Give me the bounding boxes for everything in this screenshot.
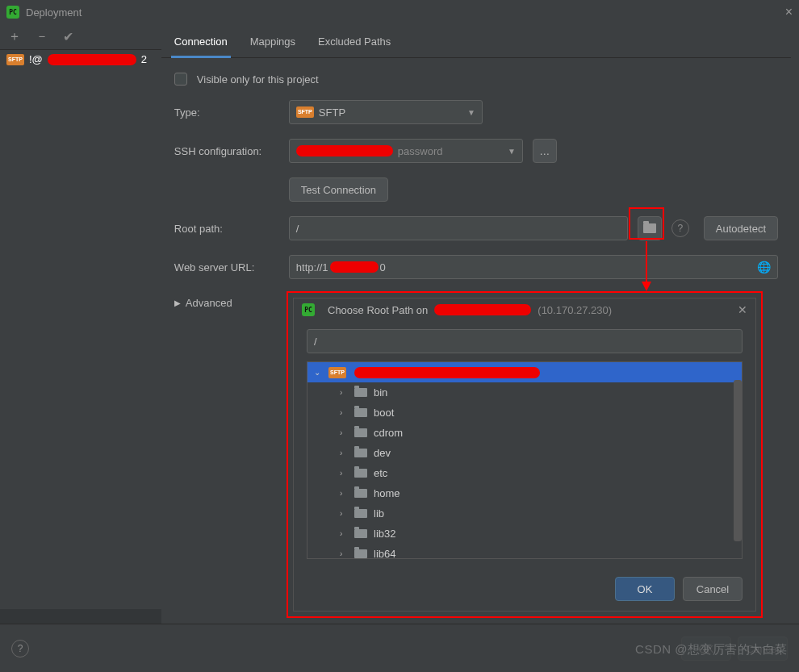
folder-name: home (374, 487, 400, 499)
advanced-label: Advanced (186, 297, 232, 309)
tree-folder-row[interactable]: ›dev (307, 443, 742, 463)
tree-folder-row[interactable]: ›bin (307, 382, 742, 403)
dialog-close-icon[interactable]: ✕ (738, 303, 747, 316)
pycharm-icon (302, 303, 315, 316)
folder-name: lib64 (374, 548, 395, 559)
browse-root-button[interactable] (638, 216, 662, 240)
path-input[interactable]: / (307, 329, 743, 353)
folder-name: lib (374, 507, 384, 520)
tree-folder-row[interactable]: ›etc (307, 463, 742, 483)
dialog-footer: OK Cancel (294, 567, 755, 611)
folder-icon (354, 449, 367, 457)
sftp-icon (328, 367, 346, 378)
redacted-server (48, 54, 136, 65)
titlebar: Deployment × (0, 0, 799, 24)
tree-folder-row[interactable]: ›lib64 (307, 544, 742, 559)
help-icon[interactable]: ? (671, 219, 689, 237)
path-value: / (314, 336, 317, 348)
redacted-root (354, 367, 540, 378)
folder-name: dev (374, 447, 391, 459)
visible-only-row: Visible only for this project (174, 73, 778, 86)
tree-root-row[interactable]: ⌄ (307, 362, 742, 382)
choose-root-dialog: Choose Root Path on (10.170.27.230) ✕ / … (293, 298, 756, 611)
folder-icon (354, 428, 367, 437)
chevron-right-icon: › (340, 388, 349, 397)
help-icon[interactable]: ? (11, 640, 29, 657)
chevron-down-icon: ▼ (467, 108, 475, 117)
folder-tree[interactable]: ⌄ ›bin›boot›cdrom›dev›etc›home›lib›lib32… (307, 361, 743, 559)
web-url-label: Web server URL: (174, 261, 279, 273)
sidebar-toolbar: ＋ － ✔ (0, 24, 161, 50)
root-path-input[interactable]: / (289, 216, 628, 240)
folder-icon (354, 469, 367, 478)
redacted-host (434, 304, 531, 315)
tab-excluded[interactable]: Excluded Paths (315, 31, 394, 57)
pycharm-icon (6, 6, 19, 19)
chevron-down-icon: ▼ (508, 147, 516, 156)
folder-name: boot (374, 407, 394, 419)
tab-connection[interactable]: Connection (171, 31, 231, 58)
tree-folder-row[interactable]: ›home (307, 483, 742, 503)
visible-only-checkbox[interactable] (174, 73, 187, 86)
sftp-icon (296, 106, 314, 118)
type-label: Type: (174, 106, 279, 119)
web-url-input[interactable]: http://1 0 🌐 (289, 255, 778, 279)
window-title: Deployment (26, 6, 82, 19)
folder-name: etc (374, 467, 387, 479)
arrow-head-icon (642, 282, 651, 291)
tree-folder-row[interactable]: ›cdrom (307, 423, 742, 443)
redacted-ssh (296, 145, 393, 157)
globe-icon[interactable]: 🌐 (757, 261, 771, 273)
sidebar: ＋ － ✔ !@ 2 (0, 24, 161, 624)
server-name-prefix: !@ (29, 53, 43, 65)
ok-button[interactable]: OK (615, 577, 675, 601)
add-icon[interactable]: ＋ (8, 28, 21, 45)
tree-folder-row[interactable]: ›boot (307, 403, 742, 423)
chevron-right-icon: › (340, 449, 349, 457)
sftp-badge-icon (6, 54, 24, 65)
dialog-title-prefix: Choose Root Path on (328, 304, 428, 316)
ssh-config-select[interactable]: password ▼ (289, 139, 523, 163)
connection-form: Visible only for this project Type: SFTP… (161, 58, 791, 323)
ssh-label: SSH configuration: (174, 145, 279, 157)
autodetect-button[interactable]: Autodetect (704, 216, 778, 240)
folder-name: bin (374, 386, 387, 399)
highlight-modal: Choose Root Path on (10.170.27.230) ✕ / … (287, 291, 763, 618)
tab-mappings[interactable]: Mappings (247, 31, 299, 57)
type-select[interactable]: SFTP ▼ (289, 100, 483, 124)
web-url-suffix: 0 (380, 261, 386, 273)
dialog-title-suffix: (10.170.27.230) (538, 304, 612, 316)
tree-folder-row[interactable]: ›lib32 (307, 524, 742, 544)
scrollbar[interactable] (734, 380, 742, 541)
chevron-down-icon: ⌄ (314, 368, 324, 377)
chevron-right-icon: › (340, 529, 349, 538)
folder-icon (354, 408, 367, 417)
watermark: CSDN @想变厉害的大白菜 (635, 642, 788, 657)
cancel-button[interactable]: Cancel (683, 577, 743, 601)
folder-icon (354, 549, 367, 558)
ssh-placeholder: password (398, 145, 443, 157)
chevron-right-icon: › (340, 549, 349, 558)
tree-folder-row[interactable]: ›lib (307, 503, 742, 524)
arrow-line (646, 241, 647, 283)
test-connection-button[interactable]: Test Connection (289, 177, 388, 202)
type-value: SFTP (319, 106, 345, 119)
ssh-more-button[interactable]: … (533, 139, 557, 163)
chevron-right-icon: ▶ (174, 298, 181, 307)
folder-icon (354, 509, 367, 518)
chevron-right-icon: › (340, 509, 349, 518)
server-list-item[interactable]: !@ 2 (0, 50, 161, 69)
folder-icon (643, 223, 656, 233)
tabs: Connection Mappings Excluded Paths (161, 24, 791, 58)
folder-icon (354, 489, 367, 498)
server-name-suffix: 2 (141, 53, 147, 65)
remove-icon[interactable]: － (36, 28, 48, 45)
chevron-right-icon: › (340, 428, 349, 437)
check-icon[interactable]: ✔ (63, 29, 73, 44)
dialog-titlebar: Choose Root Path on (10.170.27.230) ✕ (294, 298, 755, 321)
folder-icon (354, 388, 367, 397)
web-url-prefix: http://1 (296, 261, 328, 273)
close-icon[interactable]: × (785, 5, 793, 19)
visible-only-label: Visible only for this project (197, 73, 319, 86)
folder-icon (354, 529, 367, 538)
